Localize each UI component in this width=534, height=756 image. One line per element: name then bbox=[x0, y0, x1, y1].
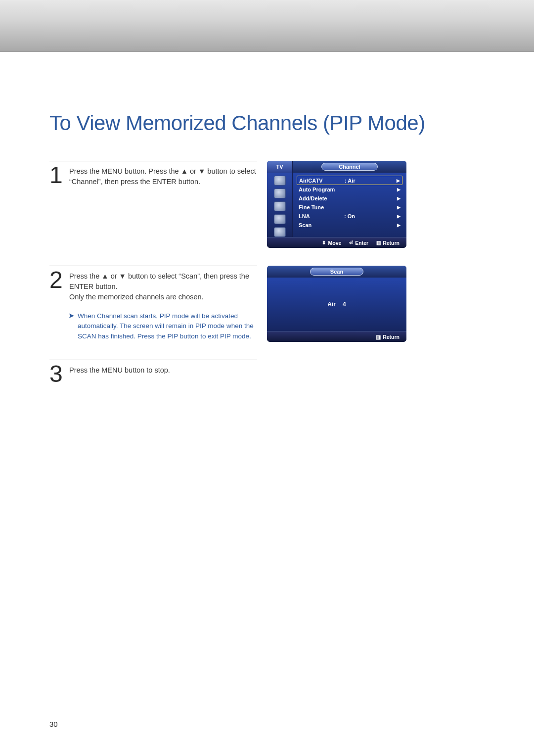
return-icon: ▥ bbox=[376, 334, 381, 340]
osd-category-icon bbox=[274, 201, 286, 211]
updown-icon: ⬍ bbox=[322, 240, 326, 245]
osd-scan-panel: Scan Air 4 ▥Return bbox=[267, 266, 406, 342]
return-icon: ▥ bbox=[376, 240, 381, 245]
content-grid: 1 Press the MENU button. Press the ▲ or … bbox=[49, 161, 490, 384]
header-band bbox=[0, 0, 534, 52]
osd-channel-menu: TV Channel Air/CATV : Air ▶ bbox=[267, 161, 406, 248]
step-1: 1 Press the MENU button. Press the ▲ or … bbox=[49, 161, 257, 187]
chevron-right-icon: ▶ bbox=[397, 178, 400, 183]
enter-icon: ⏎ bbox=[349, 240, 353, 245]
step-2-text: Press the ▲ or ▼ button to select “Scan”… bbox=[69, 269, 257, 302]
osd-header: TV Channel bbox=[267, 161, 406, 173]
osd-item-label: LNA bbox=[299, 213, 344, 219]
hint-enter: ⏎Enter bbox=[349, 240, 368, 246]
osd-item-add-delete[interactable]: Add/Delete ▶ bbox=[297, 194, 402, 203]
step-1-number: 1 bbox=[49, 164, 64, 187]
step-3-text: Press the MENU button to stop. bbox=[69, 363, 170, 384]
osd-category-icon bbox=[274, 189, 286, 198]
page-number: 30 bbox=[49, 720, 58, 728]
step-2-number: 2 bbox=[49, 269, 64, 302]
osd-scan-title: Scan bbox=[310, 268, 363, 276]
chevron-right-icon: ▶ bbox=[397, 205, 400, 210]
osd-scan-footer: ▥Return bbox=[267, 331, 406, 342]
note-arrow-icon: ➤ bbox=[68, 311, 75, 341]
osd-body: Air/CATV : Air ▶ Auto Program ▶ Add/Dele… bbox=[267, 173, 406, 237]
step-2-line-a: Press the ▲ or ▼ button to select “Scan”… bbox=[69, 272, 249, 290]
step-3-number: 3 bbox=[49, 363, 64, 384]
chevron-right-icon: ▶ bbox=[397, 187, 400, 192]
osd-icon-column bbox=[267, 173, 293, 237]
hint-return: ▥Return bbox=[376, 334, 400, 340]
osd-scan-channel: 4 bbox=[343, 301, 346, 308]
chevron-right-icon: ▶ bbox=[397, 223, 400, 228]
hint-move: ⬍Move bbox=[322, 240, 341, 246]
step-2: 2 Press the ▲ or ▼ button to select “Sca… bbox=[49, 266, 257, 341]
osd-scan-body: Air 4 bbox=[267, 278, 406, 331]
osd-category-icon bbox=[274, 176, 286, 186]
osd-item-value: : On bbox=[344, 213, 397, 219]
osd-item-fine-tune[interactable]: Fine Tune ▶ bbox=[297, 203, 402, 212]
osd-menu-list: Air/CATV : Air ▶ Auto Program ▶ Add/Dele… bbox=[293, 173, 406, 237]
page-title: To View Memorized Channels (PIP Mode) bbox=[49, 111, 490, 135]
osd-item-value: : Air bbox=[345, 178, 397, 184]
osd-item-label: Scan bbox=[299, 222, 344, 228]
chevron-right-icon: ▶ bbox=[397, 196, 400, 201]
osd-item-label: Add/Delete bbox=[299, 195, 344, 201]
osd-item-label: Auto Program bbox=[299, 187, 344, 192]
osd-header-title-pill: Channel bbox=[293, 161, 406, 173]
osd-scan-header: Scan bbox=[267, 266, 406, 278]
osd-item-air-catv[interactable]: Air/CATV : Air ▶ bbox=[297, 176, 402, 185]
osd-header-title: Channel bbox=[321, 163, 377, 171]
osd-item-auto-program[interactable]: Auto Program ▶ bbox=[297, 185, 402, 194]
osd-footer: ⬍Move ⏎Enter ▥Return bbox=[267, 237, 406, 248]
chevron-right-icon: ▶ bbox=[397, 214, 400, 219]
page-content: To View Memorized Channels (PIP Mode) 1 … bbox=[0, 52, 534, 384]
osd-category-icon bbox=[274, 227, 286, 237]
step-2-line-b: Only the memorized channels are chosen. bbox=[69, 293, 204, 301]
osd-category-icon bbox=[274, 214, 286, 224]
osd-item-label: Air/CATV bbox=[299, 178, 345, 184]
osd-item-label: Fine Tune bbox=[299, 204, 344, 210]
step-2-note: ➤ When Channel scan starts, PIP mode wil… bbox=[68, 311, 257, 341]
step-3: 3 Press the MENU button to stop. bbox=[49, 360, 257, 384]
osd-item-lna[interactable]: LNA : On ▶ bbox=[297, 212, 402, 221]
osd-header-tv: TV bbox=[267, 161, 293, 173]
hint-return: ▥Return bbox=[376, 240, 400, 246]
osd-scan-source: Air bbox=[327, 301, 336, 308]
osd-item-scan[interactable]: Scan ▶ bbox=[297, 221, 402, 230]
step-1-text: Press the MENU button. Press the ▲ or ▼ … bbox=[69, 164, 257, 187]
note-text: When Channel scan starts, PIP mode will … bbox=[78, 311, 257, 341]
